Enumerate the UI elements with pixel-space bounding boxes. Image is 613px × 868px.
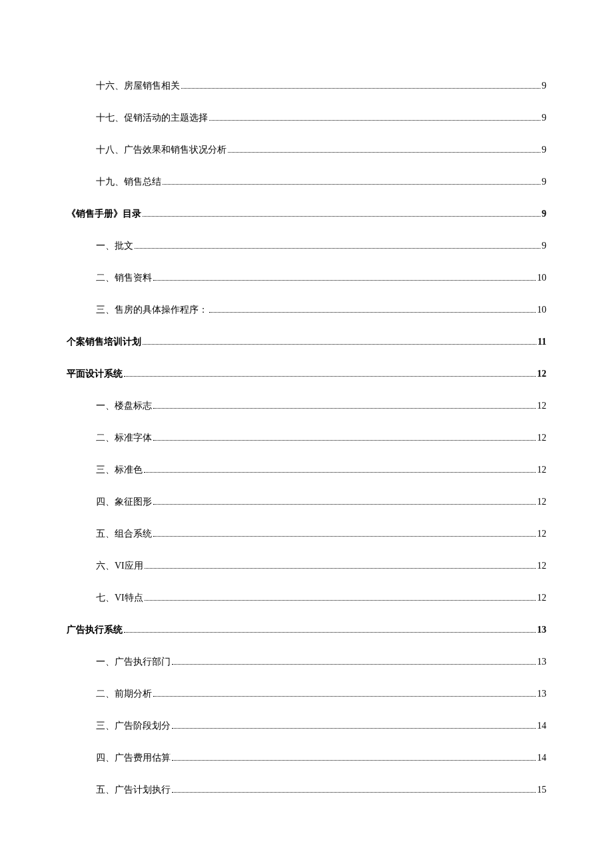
toc-leader-dots bbox=[143, 216, 540, 217]
toc-entry-page: 14 bbox=[537, 721, 546, 731]
toc-leader-dots bbox=[153, 408, 536, 409]
toc-entry[interactable]: 十七、促销活动的主题选择9 bbox=[96, 112, 546, 124]
toc-entry-title: 个案销售培训计划 bbox=[67, 336, 141, 348]
toc-entry-page: 13 bbox=[537, 657, 546, 667]
toc-leader-dots bbox=[135, 248, 540, 249]
toc-leader-dots bbox=[172, 792, 536, 793]
toc-entry-title: 《销售手册》目录 bbox=[67, 208, 141, 220]
toc-entry[interactable]: 三、标准色12 bbox=[96, 464, 546, 476]
toc-entry[interactable]: 二、销售资料10 bbox=[96, 272, 546, 284]
toc-entry-page: 15 bbox=[537, 785, 546, 795]
toc-entry-page: 11 bbox=[538, 337, 546, 347]
toc-entry-title: 十七、促销活动的主题选择 bbox=[96, 112, 208, 124]
toc-entry[interactable]: 四、象征图形12 bbox=[96, 496, 546, 508]
toc-entry-title: 一、广告执行部门 bbox=[96, 656, 171, 668]
toc-entry[interactable]: 十六、房屋销售相关9 bbox=[96, 80, 546, 92]
toc-entry-title: 十六、房屋销售相关 bbox=[96, 80, 180, 92]
toc-entry-page: 12 bbox=[537, 433, 546, 443]
toc-entry-page: 12 bbox=[537, 369, 546, 379]
toc-entry-title: 四、象征图形 bbox=[96, 496, 152, 508]
toc-entry-title: 四、广告费用估算 bbox=[96, 752, 171, 764]
toc-entry-page: 10 bbox=[537, 305, 546, 315]
toc-leader-dots bbox=[172, 760, 536, 761]
toc-entry-title: 三、标准色 bbox=[96, 464, 143, 476]
toc-leader-dots bbox=[124, 632, 536, 633]
toc-leader-dots bbox=[153, 696, 536, 697]
toc-leader-dots bbox=[153, 440, 536, 441]
toc-entry-page: 12 bbox=[537, 593, 546, 603]
toc-leader-dots bbox=[209, 312, 536, 313]
toc-entry-title: 广告执行系统 bbox=[67, 624, 123, 636]
toc-entry-title: 三、广告阶段划分 bbox=[96, 720, 171, 732]
toc-entry[interactable]: 三、售房的具体操作程序：10 bbox=[96, 304, 546, 316]
toc-leader-dots bbox=[145, 600, 536, 601]
toc-entry-title: 五、组合系统 bbox=[96, 528, 152, 540]
toc-entry-title: 七、VI特点 bbox=[96, 592, 143, 604]
toc-leader-dots bbox=[143, 344, 536, 345]
toc-entry-page: 9 bbox=[542, 145, 546, 155]
toc-entry-title: 五、广告计划执行 bbox=[96, 784, 171, 796]
toc-entry-title: 二、前期分析 bbox=[96, 688, 152, 700]
toc-entry[interactable]: 三、广告阶段划分14 bbox=[96, 720, 546, 732]
toc-leader-dots bbox=[153, 504, 536, 505]
toc-entry[interactable]: 二、标准字体12 bbox=[96, 432, 546, 444]
toc-root: 十六、房屋销售相关9十七、促销活动的主题选择9十八、广告效果和销售状况分析9十九… bbox=[67, 80, 546, 796]
toc-leader-dots bbox=[172, 664, 536, 665]
toc-entry-page: 12 bbox=[537, 401, 546, 411]
toc-entry[interactable]: 六、VI应用12 bbox=[96, 560, 546, 572]
toc-entry[interactable]: 《销售手册》目录9 bbox=[67, 208, 546, 220]
toc-leader-dots bbox=[124, 376, 536, 377]
toc-entry[interactable]: 一、广告执行部门13 bbox=[96, 656, 546, 668]
toc-entry[interactable]: 十九、销售总结9 bbox=[96, 176, 546, 188]
toc-leader-dots bbox=[209, 120, 540, 121]
toc-entry-page: 9 bbox=[542, 177, 546, 187]
toc-entry-title: 一、楼盘标志 bbox=[96, 400, 152, 412]
toc-leader-dots bbox=[172, 728, 536, 729]
toc-entry-title: 一、批文 bbox=[96, 240, 133, 252]
toc-leader-dots bbox=[228, 152, 540, 153]
toc-entry-title: 十八、广告效果和销售状况分析 bbox=[96, 144, 227, 156]
toc-entry[interactable]: 五、组合系统12 bbox=[96, 528, 546, 540]
toc-leader-dots bbox=[153, 280, 536, 281]
toc-entry-page: 12 bbox=[537, 529, 546, 539]
toc-entry-page: 14 bbox=[537, 753, 546, 763]
toc-entry-title: 六、VI应用 bbox=[96, 560, 143, 572]
toc-entry[interactable]: 一、批文9 bbox=[96, 240, 546, 252]
toc-entry-title: 平面设计系统 bbox=[67, 368, 123, 380]
toc-entry[interactable]: 十八、广告效果和销售状况分析9 bbox=[96, 144, 546, 156]
toc-leader-dots bbox=[145, 568, 536, 569]
toc-entry-page: 13 bbox=[537, 689, 546, 699]
toc-entry[interactable]: 七、VI特点12 bbox=[96, 592, 546, 604]
toc-entry[interactable]: 个案销售培训计划11 bbox=[67, 336, 546, 348]
toc-entry-page: 13 bbox=[537, 625, 546, 635]
toc-entry-page: 12 bbox=[537, 497, 546, 507]
toc-entry[interactable]: 五、广告计划执行15 bbox=[96, 784, 546, 796]
toc-leader-dots bbox=[181, 88, 540, 89]
toc-entry-page: 9 bbox=[542, 241, 546, 251]
toc-leader-dots bbox=[153, 536, 536, 537]
toc-entry-title: 二、标准字体 bbox=[96, 432, 152, 444]
toc-entry-page: 12 bbox=[537, 561, 546, 571]
toc-leader-dots bbox=[144, 472, 536, 473]
toc-leader-dots bbox=[163, 184, 540, 185]
toc-entry[interactable]: 二、前期分析13 bbox=[96, 688, 546, 700]
toc-entry[interactable]: 平面设计系统12 bbox=[67, 368, 546, 380]
toc-entry-page: 12 bbox=[537, 465, 546, 475]
toc-entry[interactable]: 四、广告费用估算14 bbox=[96, 752, 546, 764]
toc-entry-title: 十九、销售总结 bbox=[96, 176, 161, 188]
toc-entry-title: 三、售房的具体操作程序： bbox=[96, 304, 208, 316]
toc-entry-page: 9 bbox=[542, 209, 546, 219]
toc-entry[interactable]: 广告执行系统13 bbox=[67, 624, 546, 636]
toc-entry[interactable]: 一、楼盘标志12 bbox=[96, 400, 546, 412]
toc-entry-page: 9 bbox=[542, 113, 546, 123]
toc-entry-title: 二、销售资料 bbox=[96, 272, 152, 284]
toc-entry-page: 9 bbox=[542, 81, 546, 91]
toc-entry-page: 10 bbox=[537, 273, 546, 283]
